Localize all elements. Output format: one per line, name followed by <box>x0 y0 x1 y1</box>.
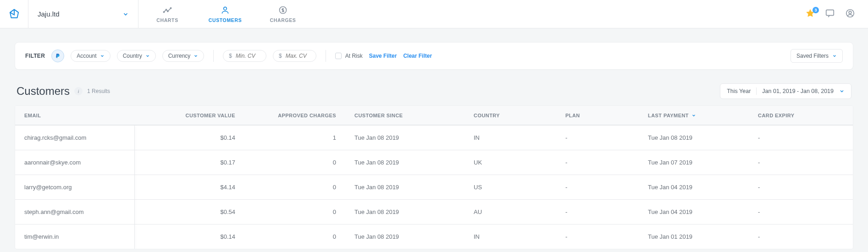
svg-point-3 <box>170 7 171 8</box>
cell-customer-value: $0.14 <box>134 233 244 240</box>
cell-approved: 0 <box>244 233 345 240</box>
min-cv-input[interactable]: $ <box>223 50 266 62</box>
currency-filter[interactable]: Currency <box>162 50 205 62</box>
cell-country: IN <box>464 134 556 141</box>
max-cv-input[interactable]: $ <box>273 50 316 62</box>
cell-approved: 1 <box>244 134 345 141</box>
account-filter[interactable]: Account <box>71 50 110 62</box>
avatar-icon <box>845 8 855 18</box>
cell-email: tim@erwin.in <box>15 233 134 240</box>
tab-label: CUSTOMERS <box>209 17 242 23</box>
table-row[interactable]: chirag.rcks@gmail.com$0.141Tue Jan 08 20… <box>15 125 853 150</box>
max-cv-field[interactable] <box>285 52 310 60</box>
divider <box>213 50 214 62</box>
info-icon[interactable]: i <box>74 87 83 95</box>
date-range-picker[interactable]: This Year Jan 01, 2019 - Jan 08, 2019 <box>720 83 851 99</box>
col-plan[interactable]: PLAN <box>556 113 639 118</box>
col-country[interactable]: COUNTRY <box>464 113 556 118</box>
cell-email: steph.ann@gmail.com <box>15 208 134 215</box>
col-customer-value[interactable]: CUSTOMER VALUE <box>134 113 244 118</box>
chat-icon <box>825 8 835 18</box>
cell-country: IN <box>464 233 556 240</box>
cell-customer-value: $0.54 <box>134 208 244 215</box>
cell-approved: 0 <box>244 184 345 191</box>
table-header: EMAIL CUSTOMER VALUE APPROVED CHARGES CU… <box>15 106 853 125</box>
cell-country: AU <box>464 208 556 215</box>
tab-charges[interactable]: CHARGES <box>254 0 312 28</box>
cell-since: Tue Jan 08 2019 <box>345 159 464 166</box>
dollar-icon <box>278 5 287 15</box>
pill-label: Account <box>77 53 96 59</box>
clear-filter-link[interactable]: Clear Filter <box>403 53 432 59</box>
paypal-filter-chip[interactable] <box>51 49 64 62</box>
chevron-down-icon <box>145 54 150 58</box>
date-range: Jan 01, 2019 - Jan 08, 2019 <box>762 88 834 94</box>
country-filter[interactable]: Country <box>117 50 156 62</box>
column-divider <box>134 125 135 249</box>
chevron-down-icon <box>832 54 837 58</box>
cell-last-payment: Tue Jan 01 2019 <box>639 233 749 240</box>
cell-expiry: - <box>749 159 853 166</box>
filter-bar: FILTER Account Country Currency $ $ <box>15 42 853 70</box>
col-expiry[interactable]: CARD EXPIRY <box>749 113 853 118</box>
col-approved[interactable]: APPROVED CHARGES <box>244 113 345 118</box>
cell-email: larry@getcom.org <box>15 184 134 191</box>
notifications-button[interactable]: 3 <box>806 9 815 19</box>
account-button[interactable] <box>845 8 855 20</box>
tab-customers[interactable]: CUSTOMERS <box>196 0 254 28</box>
table-body: chirag.rcks@gmail.com$0.141Tue Jan 08 20… <box>15 125 853 249</box>
org-picker[interactable]: Jaju.ltd <box>28 0 138 28</box>
results-count: 1 Results <box>87 88 110 94</box>
chevron-down-icon <box>194 54 198 58</box>
save-filter-link[interactable]: Save Filter <box>369 53 397 59</box>
cell-last-payment: Tue Jan 04 2019 <box>639 208 749 215</box>
cell-customer-value: $0.17 <box>134 159 244 166</box>
cell-customer-value: $4.14 <box>134 184 244 191</box>
topbar-right: 3 <box>806 0 868 28</box>
cell-since: Tue Jan 08 2019 <box>345 208 464 215</box>
chevron-down-icon <box>839 88 845 94</box>
saved-filters-dropdown[interactable]: Saved Filters <box>791 49 843 63</box>
svg-point-11 <box>849 11 851 14</box>
saved-filters-label: Saved Filters <box>796 53 829 59</box>
at-risk-label: At Risk <box>345 53 363 59</box>
cell-plan: - <box>556 233 639 240</box>
heading-row: Customers i 1 Results This Year Jan 01, … <box>17 83 851 99</box>
table-row[interactable]: steph.ann@gmail.com$0.540Tue Jan 08 2019… <box>15 199 853 224</box>
table-row[interactable]: tim@erwin.in$0.140Tue Jan 08 2019IN-Tue … <box>15 224 853 249</box>
svg-point-4 <box>224 7 227 10</box>
col-last-payment[interactable]: LAST PAYMENT <box>639 113 749 118</box>
nav-tabs: CHARTS CUSTOMERS CHARGES <box>138 0 312 28</box>
col-since[interactable]: CUSTOMER SINCE <box>345 113 464 118</box>
app-logo[interactable] <box>0 0 28 28</box>
tab-label: CHARTS <box>156 17 178 23</box>
pill-label: Currency <box>168 53 191 59</box>
cell-since: Tue Jan 08 2019 <box>345 134 464 141</box>
col-email[interactable]: EMAIL <box>15 113 134 118</box>
table-row[interactable]: larry@getcom.org$4.140Tue Jan 08 2019US-… <box>15 175 853 199</box>
cell-expiry: - <box>749 208 853 215</box>
cell-plan: - <box>556 208 639 215</box>
cell-country: US <box>464 184 556 191</box>
chevron-down-icon <box>100 54 105 58</box>
tab-charts[interactable]: CHARTS <box>138 0 196 28</box>
cell-approved: 0 <box>244 159 345 166</box>
currency-symbol: $ <box>229 53 232 59</box>
cell-expiry: - <box>749 134 853 141</box>
at-risk-toggle[interactable]: At Risk <box>335 53 363 59</box>
table-row[interactable]: aaronnair@skye.com$0.170Tue Jan 08 2019U… <box>15 150 853 175</box>
user-icon <box>221 5 230 15</box>
cell-expiry: - <box>749 233 853 240</box>
cell-customer-value: $0.14 <box>134 134 244 141</box>
cell-last-payment: Tue Jan 07 2019 <box>639 159 749 166</box>
cell-expiry: - <box>749 184 853 191</box>
customers-table: EMAIL CUSTOMER VALUE APPROVED CHARGES CU… <box>15 105 853 249</box>
sort-desc-icon <box>691 113 696 118</box>
page-title: Customers <box>17 85 70 98</box>
org-name: Jaju.ltd <box>38 10 60 18</box>
messages-button[interactable] <box>825 8 835 20</box>
chart-icon <box>163 5 172 15</box>
min-cv-field[interactable] <box>235 52 260 60</box>
cell-country: UK <box>464 159 556 166</box>
cell-email: chirag.rcks@gmail.com <box>15 134 134 141</box>
